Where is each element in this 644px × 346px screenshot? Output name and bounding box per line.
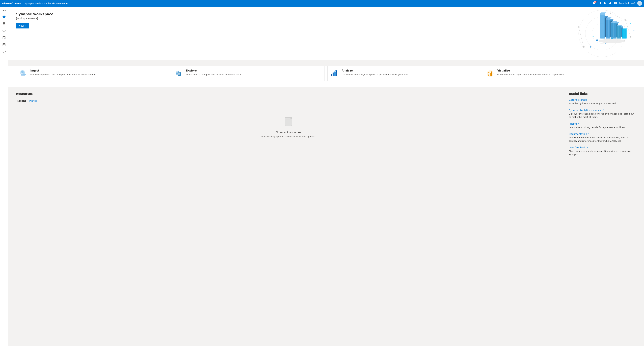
resources-section: Resources Recent Pinned: [16, 92, 561, 160]
sidebar: >>: [0, 7, 8, 346]
workspace-name: [workspace name]: [16, 17, 636, 20]
link-getting-started: Getting started Samples, guide and tour …: [569, 98, 636, 105]
svg-marker-29: [600, 12, 606, 13]
svg-point-13: [590, 46, 591, 48]
analyze-card-desc: Learn how to use SQL or Spark to get ins…: [342, 73, 409, 76]
ingest-card[interactable]: Ingest Use the copy data tool to import …: [16, 66, 169, 81]
svg-point-12: [605, 43, 606, 44]
svg-point-11: [596, 39, 598, 41]
sidebar-item-manage[interactable]: [1, 48, 8, 55]
visualize-icon: [486, 69, 494, 78]
analyze-icon: [330, 69, 339, 78]
empty-state-icon: [282, 115, 295, 128]
ingest-card-desc: Use the copy data tool to import data on…: [30, 73, 97, 76]
external-link-icon-docs: ↗: [588, 133, 589, 135]
svg-rect-45: [21, 74, 26, 75]
svg-point-40: [630, 23, 631, 24]
resources-title: Resources: [16, 92, 561, 95]
link-documentation: Documentation ↗ Visit the documentation …: [569, 132, 636, 143]
svg-rect-50: [176, 73, 178, 73]
sidebar-item-data[interactable]: [1, 20, 8, 27]
ingest-card-content: Ingest Use the copy data tool to import …: [30, 69, 97, 76]
svg-rect-70: [286, 123, 290, 123]
external-link-icon-pricing: ↗: [578, 123, 579, 125]
breadcrumb-workspace: [workspace name]: [48, 2, 68, 5]
main-content: Synapse workspace [workspace name] New ▾: [8, 7, 644, 346]
action-cards: Ingest Use the copy data tool to import …: [8, 66, 644, 87]
svg-rect-46: [21, 75, 25, 76]
svg-rect-37: [622, 29, 626, 38]
svg-rect-35: [616, 26, 621, 38]
tab-recent[interactable]: Recent: [16, 98, 29, 104]
explore-card[interactable]: Explore Learn how to navigate and intera…: [172, 66, 325, 81]
tab-pinned[interactable]: Pinned: [29, 98, 40, 104]
svg-point-60: [336, 70, 337, 71]
resources-tabs: Recent Pinned: [16, 98, 561, 104]
empty-desc: Your recently opened resources will show…: [261, 135, 316, 138]
explore-card-desc: Learn how to navigate and interact with …: [186, 73, 242, 76]
hero-illustration: [560, 7, 644, 60]
svg-rect-33: [611, 23, 616, 38]
bottom-section: Resources Recent Pinned: [8, 87, 644, 165]
avatar[interactable]: U: [637, 1, 642, 6]
sidebar-toggle[interactable]: >>: [1, 8, 7, 13]
bell-icon[interactable]: [603, 1, 606, 5]
svg-rect-55: [331, 74, 332, 76]
visualize-card-title: Visualize: [497, 69, 565, 72]
svg-point-41: [634, 30, 634, 31]
getting-started-link[interactable]: Getting started: [569, 98, 587, 101]
svg-rect-54: [178, 74, 180, 75]
user-email: [email address]: [619, 2, 635, 4]
new-button[interactable]: New ▾: [16, 23, 29, 28]
help-icon[interactable]: [614, 1, 617, 5]
overview-desc: Discover the capabilities offered by Syn…: [569, 112, 636, 119]
chevron-down-icon: ▾: [25, 25, 26, 27]
notifications-icon[interactable]: 11: [592, 1, 596, 5]
overview-link[interactable]: Synapse Analytics overview ↗: [569, 109, 604, 112]
getting-started-desc: Samples, guide and tour to get you start…: [569, 102, 636, 105]
useful-links-section: Useful links Getting started Samples, gu…: [569, 92, 636, 160]
feedback-link[interactable]: Give feedback ↗: [569, 146, 588, 149]
empty-state: No recent resources Your recently opened…: [16, 108, 561, 141]
breadcrumb-app: Synapse Analytics: [25, 2, 45, 5]
svg-rect-27: [600, 13, 605, 38]
workspace-title: Synapse workspace: [16, 12, 636, 16]
explore-card-title: Explore: [186, 69, 242, 72]
svg-rect-53: [178, 73, 180, 74]
documentation-link[interactable]: Documentation ↗: [569, 133, 589, 135]
sidebar-item-home[interactable]: [1, 13, 8, 20]
topbar: Microsoft Azure Synapse Analytics ▶ [wor…: [0, 0, 644, 7]
sidebar-item-monitor[interactable]: [1, 41, 8, 48]
pricing-link[interactable]: Pricing ↗: [569, 122, 579, 125]
svg-rect-68: [286, 121, 290, 121]
brand: Microsoft Azure: [2, 2, 22, 5]
svg-point-39: [599, 39, 626, 43]
svg-rect-69: [286, 122, 289, 122]
svg-rect-48: [176, 71, 178, 72]
svg-rect-63: [490, 73, 491, 76]
analyze-card[interactable]: Analyze Learn how to use SQL or Spark to…: [327, 66, 480, 81]
svg-rect-56: [332, 72, 334, 76]
svg-rect-30: [606, 18, 610, 38]
ingest-card-title: Ingest: [30, 69, 97, 72]
sidebar-item-integrate[interactable]: [1, 34, 8, 41]
pricing-desc: Learn about pricing details for Synapse …: [569, 126, 636, 129]
hero-section: Synapse workspace [workspace name] New ▾: [8, 7, 644, 60]
topbar-right: 11 [email address] U: [592, 1, 642, 6]
app-body: >> Synapse workspace [workspace na: [0, 7, 644, 346]
feedback-desc: Share your comments or suggestions with …: [569, 150, 636, 156]
svg-rect-62: [488, 75, 489, 76]
external-link-icon: ↗: [602, 109, 604, 111]
explore-card-content: Explore Learn how to navigate and intera…: [186, 69, 242, 76]
sidebar-item-develop[interactable]: [1, 27, 8, 34]
visualize-card[interactable]: Visualize Build interactive reports with…: [483, 66, 636, 81]
documentation-desc: Visit the documentation center for quick…: [569, 136, 636, 143]
analyze-card-content: Analyze Learn how to use SQL or Spark to…: [342, 69, 409, 76]
cloud-shell-icon[interactable]: [598, 1, 601, 5]
azure-logo: Microsoft Azure: [2, 2, 22, 5]
link-feedback: Give feedback ↗ Share your comments or s…: [569, 146, 636, 156]
svg-rect-64: [491, 72, 492, 76]
account-icon[interactable]: [608, 1, 612, 5]
useful-links-title: Useful links: [569, 92, 636, 95]
ingest-icon: [19, 69, 28, 78]
